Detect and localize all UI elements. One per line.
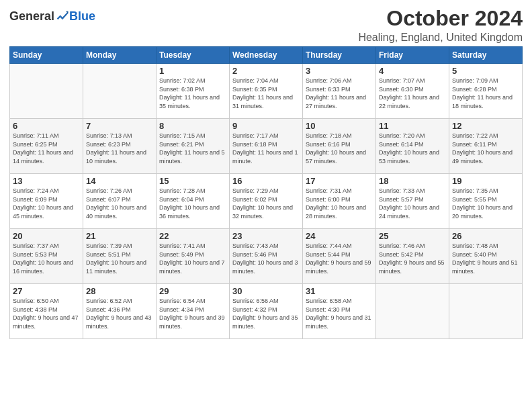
- main-container: General Blue October 2024 Healing, Engla…: [0, 0, 532, 346]
- calendar-cell: 26Sunrise: 7:48 AM Sunset: 5:40 PM Dayli…: [449, 229, 523, 284]
- calendar-cell: 8Sunrise: 7:15 AM Sunset: 6:21 PM Daylig…: [157, 119, 230, 174]
- col-friday: Friday: [376, 47, 449, 64]
- calendar-cell: 29Sunrise: 6:54 AM Sunset: 4:34 PM Dayli…: [157, 284, 230, 339]
- day-number: 1: [159, 66, 226, 76]
- calendar-cell: 14Sunrise: 7:26 AM Sunset: 6:07 PM Dayli…: [83, 174, 157, 229]
- day-info: Sunrise: 7:11 AM Sunset: 6:25 PM Dayligh…: [13, 132, 80, 165]
- day-info: Sunrise: 7:26 AM Sunset: 6:07 PM Dayligh…: [86, 187, 153, 220]
- day-number: 11: [379, 121, 446, 131]
- calendar-cell: 10Sunrise: 7:18 AM Sunset: 6:16 PM Dayli…: [303, 119, 376, 174]
- day-info: Sunrise: 7:04 AM Sunset: 6:35 PM Dayligh…: [232, 77, 300, 110]
- calendar-cell: 7Sunrise: 7:13 AM Sunset: 6:23 PM Daylig…: [83, 119, 157, 174]
- day-number: 26: [452, 231, 519, 241]
- logo-blue-text: Blue: [69, 9, 95, 24]
- day-number: 31: [306, 286, 373, 296]
- day-number: 5: [452, 66, 519, 76]
- calendar-cell: 16Sunrise: 7:29 AM Sunset: 6:02 PM Dayli…: [230, 174, 303, 229]
- calendar-cell: 6Sunrise: 7:11 AM Sunset: 6:25 PM Daylig…: [10, 119, 83, 174]
- day-number: 15: [159, 176, 226, 186]
- day-number: 18: [379, 176, 446, 186]
- day-number: 13: [13, 176, 80, 186]
- calendar-cell: 30Sunrise: 6:56 AM Sunset: 4:32 PM Dayli…: [230, 284, 303, 339]
- title-area: October 2024 Healing, England, United Ki…: [358, 7, 523, 44]
- calendar-cell: 25Sunrise: 7:46 AM Sunset: 5:42 PM Dayli…: [376, 229, 449, 284]
- calendar-cell: 13Sunrise: 7:24 AM Sunset: 6:09 PM Dayli…: [10, 174, 83, 229]
- day-number: 2: [232, 66, 300, 76]
- calendar-cell: 11Sunrise: 7:20 AM Sunset: 6:14 PM Dayli…: [376, 119, 449, 174]
- day-info: Sunrise: 7:07 AM Sunset: 6:30 PM Dayligh…: [379, 77, 446, 110]
- day-info: Sunrise: 7:17 AM Sunset: 6:18 PM Dayligh…: [232, 132, 300, 165]
- calendar-cell: [449, 284, 523, 339]
- calendar-cell: 17Sunrise: 7:31 AM Sunset: 6:00 PM Dayli…: [303, 174, 376, 229]
- day-info: Sunrise: 7:37 AM Sunset: 5:53 PM Dayligh…: [13, 242, 80, 275]
- calendar-cell: 4Sunrise: 7:07 AM Sunset: 6:30 PM Daylig…: [376, 64, 449, 119]
- calendar-week-row-5: 27Sunrise: 6:50 AM Sunset: 4:38 PM Dayli…: [10, 284, 523, 339]
- day-info: Sunrise: 6:52 AM Sunset: 4:36 PM Dayligh…: [86, 297, 153, 330]
- calendar-cell: 1Sunrise: 7:02 AM Sunset: 6:38 PM Daylig…: [157, 64, 230, 119]
- calendar-cell: [376, 284, 449, 339]
- day-number: 8: [159, 121, 226, 131]
- calendar-cell: 28Sunrise: 6:52 AM Sunset: 4:36 PM Dayli…: [83, 284, 157, 339]
- day-info: Sunrise: 7:31 AM Sunset: 6:00 PM Dayligh…: [306, 187, 373, 220]
- col-thursday: Thursday: [303, 47, 376, 64]
- day-info: Sunrise: 7:41 AM Sunset: 5:49 PM Dayligh…: [159, 242, 226, 275]
- logo-bird-icon: [56, 10, 69, 24]
- calendar-header-row: Sunday Monday Tuesday Wednesday Thursday…: [10, 47, 523, 64]
- calendar-cell: 15Sunrise: 7:28 AM Sunset: 6:04 PM Dayli…: [157, 174, 230, 229]
- calendar-week-row-4: 20Sunrise: 7:37 AM Sunset: 5:53 PM Dayli…: [10, 229, 523, 284]
- calendar-cell: 24Sunrise: 7:44 AM Sunset: 5:44 PM Dayli…: [303, 229, 376, 284]
- logo-general-text: General: [9, 9, 54, 24]
- day-number: 29: [159, 286, 226, 296]
- col-monday: Monday: [83, 47, 157, 64]
- day-info: Sunrise: 7:24 AM Sunset: 6:09 PM Dayligh…: [13, 187, 80, 220]
- logo: General Blue: [9, 9, 95, 24]
- day-info: Sunrise: 7:33 AM Sunset: 5:57 PM Dayligh…: [379, 187, 446, 220]
- calendar-cell: [10, 64, 83, 119]
- day-info: Sunrise: 6:54 AM Sunset: 4:34 PM Dayligh…: [159, 297, 226, 330]
- day-number: 12: [452, 121, 519, 131]
- calendar-week-row-3: 13Sunrise: 7:24 AM Sunset: 6:09 PM Dayli…: [10, 174, 523, 229]
- day-number: 19: [452, 176, 519, 186]
- day-number: 16: [232, 176, 300, 186]
- day-number: 24: [306, 231, 373, 241]
- day-info: Sunrise: 7:20 AM Sunset: 6:14 PM Dayligh…: [379, 132, 446, 165]
- day-number: 10: [306, 121, 373, 131]
- day-number: 20: [13, 231, 80, 241]
- day-info: Sunrise: 7:13 AM Sunset: 6:23 PM Dayligh…: [86, 132, 153, 165]
- calendar-cell: 9Sunrise: 7:17 AM Sunset: 6:18 PM Daylig…: [230, 119, 303, 174]
- col-wednesday: Wednesday: [230, 47, 303, 64]
- day-info: Sunrise: 7:06 AM Sunset: 6:33 PM Dayligh…: [306, 77, 373, 110]
- day-number: 7: [86, 121, 153, 131]
- day-info: Sunrise: 7:46 AM Sunset: 5:42 PM Dayligh…: [379, 242, 446, 275]
- day-number: 22: [159, 231, 226, 241]
- calendar-table: Sunday Monday Tuesday Wednesday Thursday…: [9, 46, 523, 339]
- day-info: Sunrise: 7:35 AM Sunset: 5:55 PM Dayligh…: [452, 187, 519, 220]
- col-saturday: Saturday: [449, 47, 523, 64]
- calendar-cell: 5Sunrise: 7:09 AM Sunset: 6:28 PM Daylig…: [449, 64, 523, 119]
- day-info: Sunrise: 6:56 AM Sunset: 4:32 PM Dayligh…: [232, 297, 300, 330]
- day-number: 21: [86, 231, 153, 241]
- calendar-cell: 27Sunrise: 6:50 AM Sunset: 4:38 PM Dayli…: [10, 284, 83, 339]
- col-tuesday: Tuesday: [157, 47, 230, 64]
- day-number: 4: [379, 66, 446, 76]
- day-number: 28: [86, 286, 153, 296]
- calendar-cell: 2Sunrise: 7:04 AM Sunset: 6:35 PM Daylig…: [230, 64, 303, 119]
- day-number: 27: [13, 286, 80, 296]
- day-info: Sunrise: 7:48 AM Sunset: 5:40 PM Dayligh…: [452, 242, 519, 275]
- day-info: Sunrise: 7:15 AM Sunset: 6:21 PM Dayligh…: [159, 132, 226, 165]
- calendar-cell: 18Sunrise: 7:33 AM Sunset: 5:57 PM Dayli…: [376, 174, 449, 229]
- calendar-week-row-2: 6Sunrise: 7:11 AM Sunset: 6:25 PM Daylig…: [10, 119, 523, 174]
- day-info: Sunrise: 7:09 AM Sunset: 6:28 PM Dayligh…: [452, 77, 519, 110]
- day-info: Sunrise: 7:39 AM Sunset: 5:51 PM Dayligh…: [86, 242, 153, 275]
- day-number: 17: [306, 176, 373, 186]
- location-title: Healing, England, United Kingdom: [358, 32, 523, 44]
- day-number: 14: [86, 176, 153, 186]
- calendar-cell: 21Sunrise: 7:39 AM Sunset: 5:51 PM Dayli…: [83, 229, 157, 284]
- calendar-cell: [83, 64, 157, 119]
- day-info: Sunrise: 7:29 AM Sunset: 6:02 PM Dayligh…: [232, 187, 300, 220]
- calendar-cell: 3Sunrise: 7:06 AM Sunset: 6:33 PM Daylig…: [303, 64, 376, 119]
- calendar-week-row-1: 1Sunrise: 7:02 AM Sunset: 6:38 PM Daylig…: [10, 64, 523, 119]
- day-number: 23: [232, 231, 300, 241]
- day-info: Sunrise: 7:43 AM Sunset: 5:46 PM Dayligh…: [232, 242, 300, 275]
- col-sunday: Sunday: [10, 47, 83, 64]
